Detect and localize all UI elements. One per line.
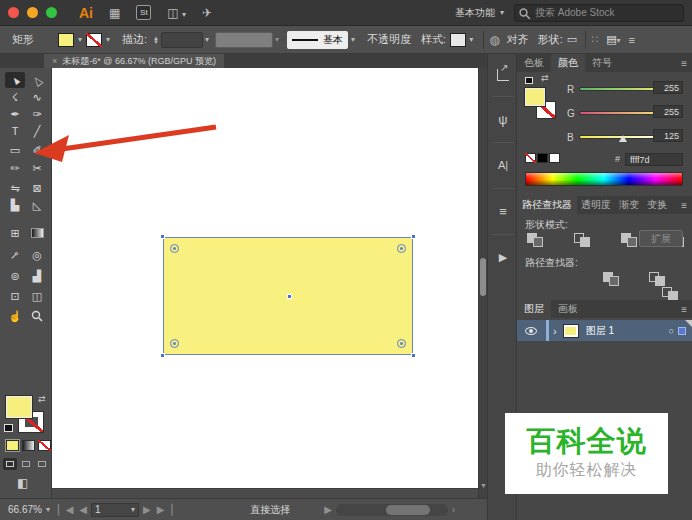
anchor-top-right[interactable] [411,234,416,239]
vertical-scrollbar-thumb[interactable] [480,258,486,296]
tab-symbols[interactable]: 符号 [585,54,619,72]
draw-normal-button[interactable] [3,458,17,470]
artboard-canvas[interactable] [52,68,478,488]
corner-widget-bottom-right[interactable] [397,339,406,348]
tab-swatches[interactable]: 色板 [517,54,551,72]
width-profile-dropdown[interactable] [215,32,273,48]
brush-dropdown[interactable]: 基本 [287,31,348,49]
share-app-icon[interactable]: ✈ [202,6,212,20]
last-artboard-icon[interactable]: ▶▕ [157,504,172,515]
layer-thumbnail[interactable] [563,324,579,338]
layers-panel-menu-icon[interactable]: ≡ [681,304,687,315]
selected-rectangle[interactable] [163,237,413,355]
brush-chevron-icon[interactable]: ▾ [351,36,355,44]
screen-mode-button[interactable]: ◧ [17,476,28,490]
fill-color-swatch[interactable] [58,33,74,47]
pathfinder-panel-menu-icon[interactable]: ≡ [681,200,687,211]
none-mode-button[interactable] [38,440,51,451]
stroke-weight-chevron-icon[interactable]: ▾ [205,36,209,44]
anchor-bottom-right[interactable] [411,353,416,358]
tab-transform[interactable]: 变换 [643,196,671,214]
brushes-panel-icon[interactable]: ψ [488,104,518,134]
rectangle-tool[interactable]: ▭ [5,142,25,158]
divide-button[interactable] [603,272,619,285]
target-circle-icon[interactable]: ○ [669,326,674,336]
tab-layers[interactable]: 图层 [517,300,551,318]
graph-tool[interactable]: ▟ [27,268,47,284]
layout-icon[interactable]: ◫ ▾ [167,6,186,20]
selection-indicator[interactable] [678,327,686,335]
actions-panel-icon[interactable]: ▶ [488,242,518,272]
bridge-icon[interactable]: ▦ [109,6,120,20]
shape-widget-icon[interactable]: ▭ [567,33,577,46]
close-tab-icon[interactable]: × [52,56,57,66]
expand-layer-icon[interactable]: › [553,325,557,337]
free-transform-tool[interactable]: ⊠ [27,180,47,196]
intersect-button[interactable] [621,233,637,246]
paragraph-panel-icon[interactable]: ≡ [488,196,518,226]
stroke-color-swatch[interactable] [86,33,102,47]
anchor-top-left[interactable] [160,234,165,239]
draw-inside-button[interactable] [35,458,49,470]
pencil-tool[interactable]: ✏ [5,160,25,176]
none-swatch[interactable] [525,153,536,163]
gradient-mode-button[interactable] [22,440,35,451]
minimize-window-button[interactable] [27,7,38,18]
minus-front-button[interactable] [574,233,590,246]
gradient-tool[interactable] [27,225,47,241]
tab-transparency[interactable]: 透明度 [577,196,615,214]
layer-name[interactable]: 图层 1 [586,324,614,338]
fill-chevron-icon[interactable]: ▾ [78,36,82,44]
line-segment-tool[interactable]: ╱ [27,123,47,139]
color-spectrum-bar[interactable] [525,172,683,186]
complement-swap-icon[interactable]: ⇄ [541,73,549,83]
next-artboard-icon[interactable]: ▶ [143,504,151,515]
workspace-switcher[interactable]: 基本功能 ▾ [455,6,514,20]
corner-widget-top-left[interactable] [170,244,179,253]
curvature-tool[interactable]: ✑ [27,106,47,122]
black-swatch[interactable] [537,153,548,163]
status-play-icon[interactable]: ▶ [324,504,332,515]
align-label[interactable]: 对齐 [507,32,529,47]
trim-button[interactable] [649,272,665,285]
stroke-stepper[interactable]: ▲▼ [153,36,159,44]
type-tool[interactable]: T [5,123,25,139]
tab-artboards[interactable]: 画板 [551,300,585,318]
document-setup-icon[interactable]: ◍ [489,33,499,47]
zoom-tool[interactable] [27,308,47,324]
search-input[interactable] [514,4,684,22]
pen-tool[interactable]: ✒ [5,106,25,122]
symbol-sprayer-tool[interactable]: ⊚ [5,268,25,284]
zoom-level[interactable]: 66.67% [8,504,42,515]
mesh-tool[interactable]: ⊞ [5,225,25,241]
toolbar-fill-swatch[interactable] [6,396,32,418]
color-mode-button[interactable] [6,440,19,451]
control-menu-icon[interactable]: ≡ [629,34,635,46]
close-window-button[interactable] [8,7,19,18]
tab-color[interactable]: 颜色 [551,54,585,72]
prev-artboard-icon[interactable]: ◀ [79,504,87,515]
minus-back-button[interactable] [662,287,678,300]
align-options-icon[interactable]: ∷ [591,33,598,46]
corner-widget-bottom-left[interactable] [170,339,179,348]
inverse-color-icon[interactable] [525,77,533,84]
stock-icon[interactable]: St [136,5,151,20]
channel-g-value[interactable]: 255 [653,105,683,118]
shape-builder-tool[interactable]: ▙ [5,197,25,213]
swap-fill-stroke-icon[interactable]: ⇄ [38,394,46,404]
rotate-tool[interactable]: ⇋ [5,180,25,196]
corner-widget-top-right[interactable] [397,244,406,253]
style-chevron-icon[interactable]: ▾ [469,36,473,44]
direct-selection-tool[interactable]: △ [27,72,47,88]
opacity-label[interactable]: 不透明度 [367,32,411,47]
maximize-window-button[interactable] [46,7,57,18]
white-swatch[interactable] [549,153,560,163]
vertical-scrollbar[interactable]: ▼ [478,68,487,498]
lasso-tool[interactable]: ∿ [27,89,47,105]
draw-behind-button[interactable] [19,458,33,470]
channel-r-value[interactable]: 255 [653,81,683,94]
channel-b-value[interactable]: 125 [653,129,683,142]
document-tab[interactable]: × 未标题-6* @ 66.67% (RGB/GPU 预览) [44,54,224,68]
style-swatch[interactable] [450,33,466,47]
tab-gradient[interactable]: 渐变 [615,196,643,214]
